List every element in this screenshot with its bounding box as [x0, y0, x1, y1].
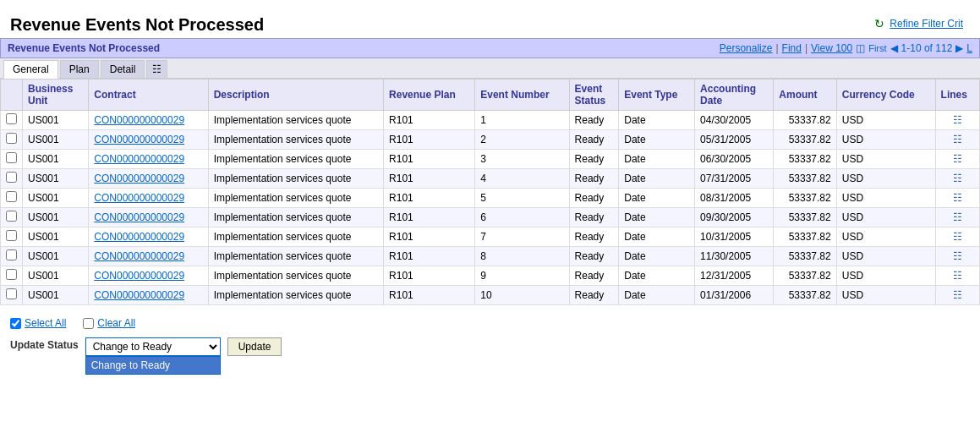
- lines-icon[interactable]: ☷: [953, 153, 962, 165]
- cell-lines: ☷: [935, 266, 979, 286]
- cell-event-number: 8: [475, 247, 569, 266]
- row-checkbox[interactable]: [6, 249, 17, 260]
- prev-page-icon[interactable]: ◀: [890, 42, 898, 54]
- lines-icon[interactable]: ☷: [953, 250, 962, 262]
- cell-business-unit: US001: [23, 247, 89, 266]
- cell-lines: ☷: [935, 169, 979, 189]
- lines-icon[interactable]: ☷: [953, 114, 962, 126]
- pagination-first[interactable]: First: [868, 43, 886, 53]
- contract-link[interactable]: CON000000000029: [94, 153, 184, 165]
- cell-event-status: Ready: [569, 227, 619, 247]
- cell-amount: 53337.82: [774, 150, 836, 169]
- contract-link[interactable]: CON000000000029: [94, 289, 184, 301]
- lines-icon[interactable]: ☷: [953, 134, 962, 145]
- row-checkbox[interactable]: [6, 269, 17, 280]
- cell-business-unit: US001: [23, 150, 89, 169]
- tab-general[interactable]: General: [3, 60, 58, 79]
- contract-link[interactable]: CON000000000029: [94, 211, 184, 223]
- table-row: US001 CON000000000029 Implementation ser…: [1, 150, 980, 169]
- contract-link[interactable]: CON000000000029: [94, 114, 184, 126]
- cell-event-status: Ready: [569, 266, 619, 286]
- contract-link[interactable]: CON000000000029: [94, 231, 184, 243]
- cell-description: Implementation services quote: [208, 247, 383, 266]
- row-checkbox[interactable]: [6, 172, 17, 183]
- tab-detail[interactable]: Detail: [101, 60, 145, 78]
- col-event-type[interactable]: Event Type: [619, 79, 695, 111]
- contract-link[interactable]: CON000000000029: [94, 192, 184, 204]
- cell-event-number: 10: [475, 286, 569, 305]
- cell-contract: CON000000000029: [89, 169, 208, 189]
- lines-icon[interactable]: ☷: [953, 192, 962, 204]
- personalize-link[interactable]: Personalize: [720, 42, 773, 54]
- table-row: US001 CON000000000029 Implementation ser…: [1, 247, 980, 266]
- col-revenue-plan[interactable]: Revenue Plan: [384, 79, 475, 111]
- select-all-checkbox[interactable]: [10, 318, 21, 329]
- cell-event-number: 5: [475, 189, 569, 208]
- row-checkbox[interactable]: [6, 191, 17, 202]
- col-currency-code[interactable]: Currency Code: [836, 79, 935, 111]
- col-contract[interactable]: Contract: [89, 79, 208, 111]
- grid-icon[interactable]: ◫: [856, 42, 865, 54]
- lines-icon[interactable]: ☷: [953, 270, 962, 282]
- clear-all-checkbox[interactable]: [83, 318, 94, 329]
- cell-description: Implementation services quote: [208, 189, 383, 208]
- dropdown-option-change-to-ready[interactable]: Change to Ready: [85, 356, 221, 375]
- cell-description: Implementation services quote: [208, 169, 383, 189]
- update-controls: Change to Ready Update Change to Ready: [85, 337, 282, 375]
- col-lines[interactable]: Lines: [935, 79, 979, 111]
- refine-filter-link[interactable]: Refine Filter Crit: [890, 18, 963, 30]
- contract-link[interactable]: CON000000000029: [94, 173, 184, 184]
- cell-business-unit: US001: [23, 111, 89, 130]
- col-amount[interactable]: Amount: [774, 79, 836, 111]
- lines-icon[interactable]: ☷: [953, 289, 962, 301]
- cell-event-number: 1: [475, 111, 569, 130]
- cell-event-type: Date: [619, 286, 695, 305]
- cell-revenue-plan: R101: [384, 266, 475, 286]
- tab-spreadsheet-icon[interactable]: ☷: [146, 60, 167, 78]
- last-page-link[interactable]: L: [966, 42, 972, 54]
- view100-link[interactable]: View 100: [811, 42, 852, 54]
- cell-revenue-plan: R101: [384, 169, 475, 189]
- clear-all-link[interactable]: Clear All: [97, 317, 135, 329]
- table-row: US001 CON000000000029 Implementation ser…: [1, 286, 980, 305]
- lines-icon[interactable]: ☷: [953, 231, 962, 243]
- refresh-icon[interactable]: ↻: [874, 17, 884, 30]
- select-all-link[interactable]: Select All: [25, 317, 66, 329]
- status-select[interactable]: Change to Ready: [85, 337, 221, 356]
- contract-link[interactable]: CON000000000029: [94, 134, 184, 145]
- cell-accounting-date: 09/30/2005: [695, 208, 774, 227]
- next-page-icon[interactable]: ▶: [955, 42, 963, 54]
- row-checkbox[interactable]: [6, 133, 17, 144]
- update-button[interactable]: Update: [227, 337, 282, 356]
- cell-currency-code: USD: [836, 130, 935, 150]
- cell-lines: ☷: [935, 208, 979, 227]
- cell-contract: CON000000000029: [89, 111, 208, 130]
- contract-link[interactable]: CON000000000029: [94, 250, 184, 262]
- cell-event-number: 2: [475, 130, 569, 150]
- col-description[interactable]: Description: [208, 79, 383, 111]
- table-row: US001 CON000000000029 Implementation ser…: [1, 169, 980, 189]
- row-checkbox[interactable]: [6, 211, 17, 222]
- col-business-unit[interactable]: BusinessUnit: [23, 79, 89, 111]
- row-checkbox[interactable]: [6, 152, 17, 163]
- row-checkbox[interactable]: [6, 288, 17, 299]
- cell-lines: ☷: [935, 227, 979, 247]
- tab-plan[interactable]: Plan: [60, 60, 99, 78]
- row-checkbox[interactable]: [6, 230, 17, 241]
- lines-icon[interactable]: ☷: [953, 173, 962, 184]
- cell-event-type: Date: [619, 208, 695, 227]
- col-accounting-date[interactable]: AccountingDate: [695, 79, 774, 111]
- col-event-status[interactable]: EventStatus: [569, 79, 619, 111]
- cell-business-unit: US001: [23, 189, 89, 208]
- row-checkbox[interactable]: [6, 113, 17, 124]
- cell-event-type: Date: [619, 169, 695, 189]
- lines-icon[interactable]: ☷: [953, 211, 962, 223]
- contract-link[interactable]: CON000000000029: [94, 270, 184, 282]
- cell-currency-code: USD: [836, 247, 935, 266]
- col-checkbox: [1, 79, 23, 111]
- col-event-number[interactable]: Event Number: [475, 79, 569, 111]
- find-link[interactable]: Find: [782, 42, 802, 54]
- cell-lines: ☷: [935, 111, 979, 130]
- cell-business-unit: US001: [23, 169, 89, 189]
- cell-event-type: Date: [619, 150, 695, 169]
